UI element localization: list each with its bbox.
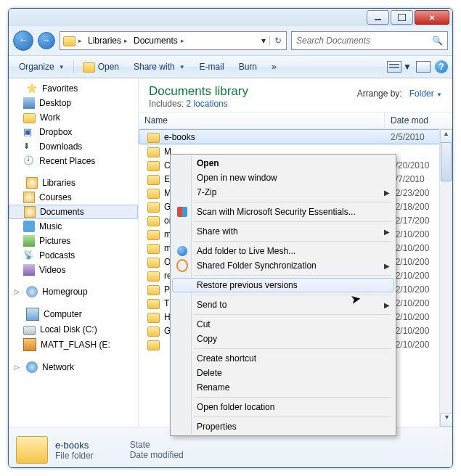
close-button[interactable] (415, 10, 449, 25)
sidebar-item-work[interactable]: Work (9, 110, 138, 125)
explorer-window: ← → ▸ Libraries▸ Documents▸ ▾ ↻ Search D… (8, 8, 453, 468)
menu-item-open-in-new-window[interactable]: Open in new window (172, 171, 394, 185)
burn-button[interactable]: Burn (233, 60, 263, 74)
folder-icon (147, 230, 160, 240)
menu-item-scan-with-microsoft-security-essentials[interactable]: Scan with Microsoft Security Essentials.… (172, 205, 394, 219)
sidebar-item-videos[interactable]: Videos (9, 263, 138, 277)
sidebar-computer-header[interactable]: Computer (9, 306, 138, 322)
menu-item-shared-folder-synchronization[interactable]: Shared Folder Synchronization▶ (172, 258, 394, 273)
menu-item-cut[interactable]: Cut (172, 317, 394, 332)
menu-separator (194, 221, 391, 222)
menu-item-restore-previous-versions[interactable]: Restore previous versions (172, 278, 394, 292)
libraries-icon (26, 177, 38, 189)
sidebar-network-header[interactable]: ▷Network (9, 360, 138, 374)
mesh-icon (177, 246, 187, 256)
folder-icon (147, 161, 160, 171)
sidebar-homegroup-header[interactable]: ▷Homegroup (9, 284, 138, 299)
folder-icon (147, 271, 160, 282)
email-button[interactable]: E-mail (194, 60, 230, 74)
sidebar-item-music[interactable]: Music (9, 219, 138, 234)
menu-separator (194, 348, 391, 349)
folder-icon (147, 340, 160, 350)
column-date[interactable]: Date mod (385, 112, 452, 128)
arrange-by[interactable]: Arrange by: Folder ▼ (357, 89, 442, 99)
column-headers[interactable]: Name Date mod (139, 112, 452, 129)
folder-icon (147, 216, 160, 226)
sidebar-item-recent-places[interactable]: Recent Places (9, 154, 138, 168)
locations-link[interactable]: 2 locations (186, 99, 227, 109)
details-folder-icon (16, 436, 48, 464)
sidebar-favorites-header[interactable]: Favorites (9, 81, 138, 96)
vertical-scrollbar[interactable]: ▲ ▼ (439, 129, 452, 427)
submenu-arrow-icon: ▶ (384, 228, 390, 236)
breadcrumb-libraries[interactable]: Libraries▸ (85, 32, 131, 49)
navigation-pane: Favorites DesktopWorkDropboxDownloadsRec… (9, 78, 139, 427)
sidebar-item-local-disk-c-[interactable]: Local Disk (C:) (9, 322, 138, 337)
menu-item-open-folder-location[interactable]: Open folder location (172, 400, 394, 414)
sync-icon (176, 259, 188, 272)
folder-icon (147, 133, 160, 143)
toolbar-overflow[interactable]: » (266, 60, 282, 74)
organize-button[interactable]: Organize▼ (13, 60, 70, 74)
computer-icon (26, 308, 39, 321)
help-button[interactable]: ? (435, 60, 448, 73)
maximize-button[interactable] (391, 10, 413, 25)
pic-icon (23, 235, 35, 247)
sidebar-item-courses[interactable]: Courses (9, 190, 138, 205)
folder-icon (147, 258, 160, 268)
folder-icon (147, 244, 160, 254)
view-button[interactable]: ▼ (387, 61, 412, 73)
file-row[interactable]: e-books2/5/2010 (139, 129, 452, 144)
menu-item-delete[interactable]: Delete (172, 366, 394, 380)
preview-pane-button[interactable] (416, 61, 431, 73)
address-history-dropdown[interactable]: ▾ (258, 36, 269, 46)
menu-item-properties[interactable]: Properties (172, 419, 394, 434)
sidebar-item-downloads[interactable]: Downloads (9, 139, 138, 154)
breadcrumb-documents[interactable]: Documents▸ (131, 32, 187, 49)
menu-item-create-shortcut[interactable]: Create shortcut (172, 351, 394, 366)
submenu-arrow-icon: ▶ (384, 262, 390, 270)
folder-icon (23, 113, 36, 123)
star-icon (26, 83, 38, 94)
desk-icon (23, 97, 35, 109)
folder-icon (147, 313, 160, 323)
folder-icon (147, 327, 160, 337)
sidebar-item-desktop[interactable]: Desktop (9, 96, 138, 110)
address-bar[interactable]: ▸ Libraries▸ Documents▸ ▾ ↻ (60, 31, 287, 50)
menu-separator (194, 314, 391, 315)
details-state-label: State (130, 440, 184, 450)
db-icon (23, 126, 35, 138)
scroll-down-button[interactable]: ▼ (440, 413, 452, 427)
refresh-button[interactable]: ↻ (269, 36, 286, 46)
details-type: File folder (55, 451, 94, 461)
sidebar-item-pictures[interactable]: Pictures (9, 234, 138, 248)
details-date-label: Date modified (130, 450, 184, 460)
sidebar-item-podcasts[interactable]: Podcasts (9, 248, 138, 263)
scroll-thumb[interactable] (441, 142, 452, 181)
menu-item-copy[interactable]: Copy (172, 332, 394, 346)
sidebar-item-matt-flash-e-[interactable]: MATT_FLASH (E: (9, 337, 138, 353)
menu-separator (194, 295, 391, 295)
forward-button[interactable]: → (38, 32, 55, 49)
sidebar-item-dropbox[interactable]: Dropbox (9, 125, 138, 139)
column-name[interactable]: Name (139, 112, 385, 128)
location-icon (63, 36, 76, 46)
back-button[interactable]: ← (13, 30, 33, 51)
open-button[interactable]: Open (77, 59, 125, 75)
share-with-button[interactable]: Share with▼ (128, 60, 191, 74)
sidebar-item-documents[interactable]: Documents (9, 205, 138, 219)
folder-icon (147, 202, 160, 213)
folder-icon (147, 299, 160, 309)
lib-icon (23, 192, 35, 203)
menu-item-open[interactable]: Open (172, 156, 394, 171)
menu-item-7-zip[interactable]: 7-Zip▶ (172, 185, 394, 200)
menu-item-add-folder-to-live-mesh[interactable]: Add folder to Live Mesh... (172, 244, 394, 258)
network-icon (26, 361, 38, 373)
menu-item-rename[interactable]: Rename (172, 380, 394, 395)
search-input[interactable]: Search Documents 🔍 (291, 31, 448, 50)
minimize-button[interactable] (367, 10, 389, 25)
menu-separator (194, 275, 391, 276)
menu-item-share-with[interactable]: Share with▶ (172, 224, 394, 239)
scroll-up-button[interactable]: ▲ (440, 129, 452, 143)
sidebar-libraries-header[interactable]: Libraries (9, 176, 138, 190)
